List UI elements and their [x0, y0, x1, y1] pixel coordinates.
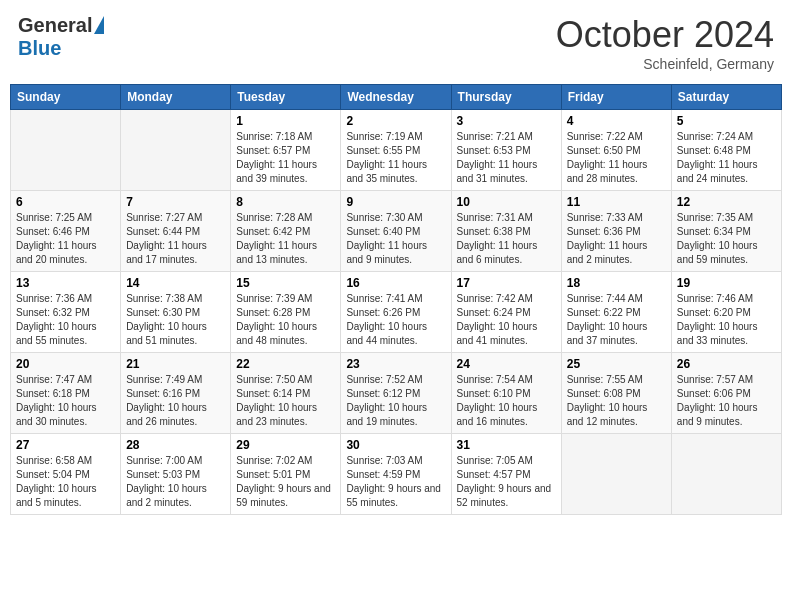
calendar-cell: [11, 110, 121, 191]
day-info: Sunrise: 7:00 AM Sunset: 5:03 PM Dayligh…: [126, 454, 225, 510]
column-header-monday: Monday: [121, 85, 231, 110]
day-info: Sunrise: 7:18 AM Sunset: 6:57 PM Dayligh…: [236, 130, 335, 186]
page-header: General Blue October 2024 Scheinfeld, Ge…: [10, 10, 782, 76]
calendar-cell: 28Sunrise: 7:00 AM Sunset: 5:03 PM Dayli…: [121, 434, 231, 515]
title-section: October 2024 Scheinfeld, Germany: [556, 14, 774, 72]
day-info: Sunrise: 7:22 AM Sunset: 6:50 PM Dayligh…: [567, 130, 666, 186]
logo: General Blue: [18, 14, 104, 60]
calendar-cell: 3Sunrise: 7:21 AM Sunset: 6:53 PM Daylig…: [451, 110, 561, 191]
calendar-cell: 25Sunrise: 7:55 AM Sunset: 6:08 PM Dayli…: [561, 353, 671, 434]
day-number: 10: [457, 195, 556, 209]
day-number: 5: [677, 114, 776, 128]
day-number: 22: [236, 357, 335, 371]
column-header-friday: Friday: [561, 85, 671, 110]
calendar-cell: 30Sunrise: 7:03 AM Sunset: 4:59 PM Dayli…: [341, 434, 451, 515]
calendar-cell: 24Sunrise: 7:54 AM Sunset: 6:10 PM Dayli…: [451, 353, 561, 434]
calendar-cell: [121, 110, 231, 191]
day-number: 28: [126, 438, 225, 452]
calendar-cell: 17Sunrise: 7:42 AM Sunset: 6:24 PM Dayli…: [451, 272, 561, 353]
day-info: Sunrise: 7:50 AM Sunset: 6:14 PM Dayligh…: [236, 373, 335, 429]
day-number: 6: [16, 195, 115, 209]
day-number: 15: [236, 276, 335, 290]
day-info: Sunrise: 7:28 AM Sunset: 6:42 PM Dayligh…: [236, 211, 335, 267]
column-header-saturday: Saturday: [671, 85, 781, 110]
logo-triangle-icon: [94, 16, 104, 34]
calendar-week-row: 1Sunrise: 7:18 AM Sunset: 6:57 PM Daylig…: [11, 110, 782, 191]
day-info: Sunrise: 7:46 AM Sunset: 6:20 PM Dayligh…: [677, 292, 776, 348]
location-subtitle: Scheinfeld, Germany: [556, 56, 774, 72]
day-number: 20: [16, 357, 115, 371]
day-info: Sunrise: 7:02 AM Sunset: 5:01 PM Dayligh…: [236, 454, 335, 510]
calendar-cell: 27Sunrise: 6:58 AM Sunset: 5:04 PM Dayli…: [11, 434, 121, 515]
day-number: 1: [236, 114, 335, 128]
day-info: Sunrise: 7:57 AM Sunset: 6:06 PM Dayligh…: [677, 373, 776, 429]
calendar-cell: 16Sunrise: 7:41 AM Sunset: 6:26 PM Dayli…: [341, 272, 451, 353]
calendar-cell: 8Sunrise: 7:28 AM Sunset: 6:42 PM Daylig…: [231, 191, 341, 272]
day-info: Sunrise: 7:54 AM Sunset: 6:10 PM Dayligh…: [457, 373, 556, 429]
day-number: 19: [677, 276, 776, 290]
calendar-cell: 14Sunrise: 7:38 AM Sunset: 6:30 PM Dayli…: [121, 272, 231, 353]
day-info: Sunrise: 7:03 AM Sunset: 4:59 PM Dayligh…: [346, 454, 445, 510]
day-number: 14: [126, 276, 225, 290]
day-number: 25: [567, 357, 666, 371]
day-number: 18: [567, 276, 666, 290]
day-number: 9: [346, 195, 445, 209]
calendar-cell: 29Sunrise: 7:02 AM Sunset: 5:01 PM Dayli…: [231, 434, 341, 515]
day-number: 4: [567, 114, 666, 128]
day-number: 8: [236, 195, 335, 209]
day-number: 11: [567, 195, 666, 209]
day-info: Sunrise: 7:19 AM Sunset: 6:55 PM Dayligh…: [346, 130, 445, 186]
day-info: Sunrise: 7:47 AM Sunset: 6:18 PM Dayligh…: [16, 373, 115, 429]
calendar-cell: 20Sunrise: 7:47 AM Sunset: 6:18 PM Dayli…: [11, 353, 121, 434]
calendar-week-row: 20Sunrise: 7:47 AM Sunset: 6:18 PM Dayli…: [11, 353, 782, 434]
day-number: 21: [126, 357, 225, 371]
calendar-cell: 22Sunrise: 7:50 AM Sunset: 6:14 PM Dayli…: [231, 353, 341, 434]
day-number: 23: [346, 357, 445, 371]
day-info: Sunrise: 7:21 AM Sunset: 6:53 PM Dayligh…: [457, 130, 556, 186]
calendar-cell: 5Sunrise: 7:24 AM Sunset: 6:48 PM Daylig…: [671, 110, 781, 191]
day-number: 17: [457, 276, 556, 290]
calendar-week-row: 13Sunrise: 7:36 AM Sunset: 6:32 PM Dayli…: [11, 272, 782, 353]
day-info: Sunrise: 7:24 AM Sunset: 6:48 PM Dayligh…: [677, 130, 776, 186]
calendar-cell: 9Sunrise: 7:30 AM Sunset: 6:40 PM Daylig…: [341, 191, 451, 272]
day-info: Sunrise: 7:49 AM Sunset: 6:16 PM Dayligh…: [126, 373, 225, 429]
day-info: Sunrise: 6:58 AM Sunset: 5:04 PM Dayligh…: [16, 454, 115, 510]
calendar-cell: 26Sunrise: 7:57 AM Sunset: 6:06 PM Dayli…: [671, 353, 781, 434]
day-info: Sunrise: 7:44 AM Sunset: 6:22 PM Dayligh…: [567, 292, 666, 348]
logo-blue-text: Blue: [18, 37, 61, 60]
calendar-cell: 6Sunrise: 7:25 AM Sunset: 6:46 PM Daylig…: [11, 191, 121, 272]
day-info: Sunrise: 7:27 AM Sunset: 6:44 PM Dayligh…: [126, 211, 225, 267]
month-year-title: October 2024: [556, 14, 774, 56]
day-info: Sunrise: 7:55 AM Sunset: 6:08 PM Dayligh…: [567, 373, 666, 429]
day-number: 16: [346, 276, 445, 290]
day-info: Sunrise: 7:38 AM Sunset: 6:30 PM Dayligh…: [126, 292, 225, 348]
calendar-cell: [561, 434, 671, 515]
day-info: Sunrise: 7:52 AM Sunset: 6:12 PM Dayligh…: [346, 373, 445, 429]
day-number: 7: [126, 195, 225, 209]
column-header-tuesday: Tuesday: [231, 85, 341, 110]
calendar-cell: 18Sunrise: 7:44 AM Sunset: 6:22 PM Dayli…: [561, 272, 671, 353]
day-info: Sunrise: 7:25 AM Sunset: 6:46 PM Dayligh…: [16, 211, 115, 267]
calendar-cell: 13Sunrise: 7:36 AM Sunset: 6:32 PM Dayli…: [11, 272, 121, 353]
day-info: Sunrise: 7:33 AM Sunset: 6:36 PM Dayligh…: [567, 211, 666, 267]
day-number: 13: [16, 276, 115, 290]
calendar-week-row: 6Sunrise: 7:25 AM Sunset: 6:46 PM Daylig…: [11, 191, 782, 272]
calendar-cell: 23Sunrise: 7:52 AM Sunset: 6:12 PM Dayli…: [341, 353, 451, 434]
day-number: 26: [677, 357, 776, 371]
day-number: 2: [346, 114, 445, 128]
calendar-cell: 1Sunrise: 7:18 AM Sunset: 6:57 PM Daylig…: [231, 110, 341, 191]
calendar-cell: 7Sunrise: 7:27 AM Sunset: 6:44 PM Daylig…: [121, 191, 231, 272]
calendar-week-row: 27Sunrise: 6:58 AM Sunset: 5:04 PM Dayli…: [11, 434, 782, 515]
day-number: 27: [16, 438, 115, 452]
day-info: Sunrise: 7:36 AM Sunset: 6:32 PM Dayligh…: [16, 292, 115, 348]
calendar-cell: 4Sunrise: 7:22 AM Sunset: 6:50 PM Daylig…: [561, 110, 671, 191]
day-info: Sunrise: 7:05 AM Sunset: 4:57 PM Dayligh…: [457, 454, 556, 510]
calendar-cell: [671, 434, 781, 515]
day-info: Sunrise: 7:30 AM Sunset: 6:40 PM Dayligh…: [346, 211, 445, 267]
calendar-cell: 21Sunrise: 7:49 AM Sunset: 6:16 PM Dayli…: [121, 353, 231, 434]
calendar-cell: 10Sunrise: 7:31 AM Sunset: 6:38 PM Dayli…: [451, 191, 561, 272]
calendar-cell: 2Sunrise: 7:19 AM Sunset: 6:55 PM Daylig…: [341, 110, 451, 191]
logo-general-text: General: [18, 14, 92, 37]
day-number: 24: [457, 357, 556, 371]
day-info: Sunrise: 7:35 AM Sunset: 6:34 PM Dayligh…: [677, 211, 776, 267]
